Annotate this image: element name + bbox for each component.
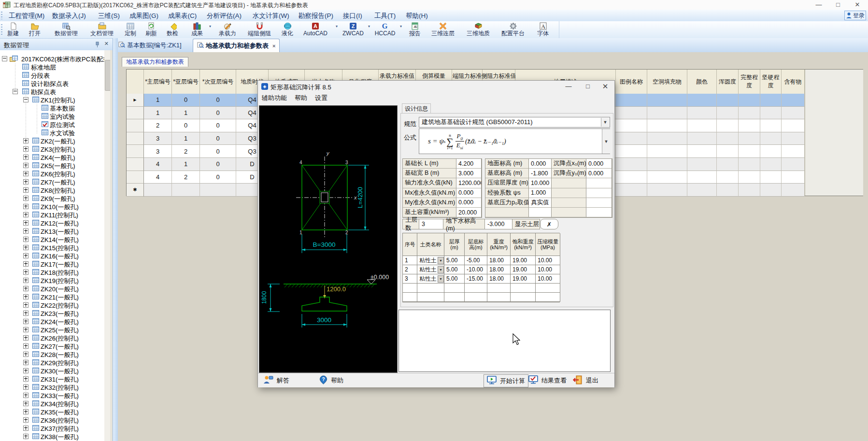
- tree-scrollbar[interactable]: [104, 50, 110, 441]
- grid-cell[interactable]: [782, 107, 805, 120]
- soil-cell[interactable]: 10.00: [536, 256, 560, 265]
- grid-cell[interactable]: 0: [172, 119, 200, 132]
- grid-cell[interactable]: 0: [200, 171, 236, 184]
- menu-接口(I)[interactable]: 接口(I): [343, 12, 362, 20]
- field-value[interactable]: [586, 198, 612, 208]
- grid-cell[interactable]: [616, 171, 647, 184]
- grid-cell[interactable]: [616, 132, 647, 145]
- tree-item-ZK32[interactable]: ZK32(控制孔): [0, 383, 104, 391]
- soil-cell[interactable]: 18.00: [487, 265, 511, 274]
- grid-cell[interactable]: 2: [172, 145, 200, 158]
- tree-item-2017KC062[interactable]: 2017KC062(株洲市政PC装配式建筑生产基地建设项目): [0, 55, 104, 63]
- grid-cell[interactable]: 1: [172, 158, 200, 171]
- document-tab-1[interactable]: 基本数据[编号:ZK1]: [114, 39, 185, 52]
- expand-icon[interactable]: [23, 319, 28, 324]
- soil-cell[interactable]: 粘性土▼: [417, 274, 444, 284]
- soil-cell[interactable]: 1: [403, 256, 417, 265]
- grid-cell[interactable]: [687, 158, 717, 171]
- dialog-menu-帮助[interactable]: 帮助: [295, 94, 307, 102]
- tree-item-ZK27[interactable]: ZK27(一般孔): [0, 342, 104, 350]
- grid-cell[interactable]: [739, 158, 760, 171]
- menu-工程管理(M)[interactable]: 工程管理(M): [9, 12, 44, 20]
- expand-icon[interactable]: [23, 426, 28, 431]
- toolbar-打开-button[interactable]: 打开: [29, 22, 41, 38]
- tree-item-ZK30[interactable]: ZK30(一般孔): [0, 367, 104, 375]
- grid-row-header[interactable]: ✱: [127, 184, 144, 197]
- expand-icon[interactable]: [23, 187, 28, 193]
- grid-cell[interactable]: [616, 94, 647, 107]
- expand-icon[interactable]: [23, 409, 28, 414]
- tree-item-标准地层[interactable]: 标准地层: [0, 63, 104, 71]
- sidebar-close-icon[interactable]: ✕: [104, 41, 109, 47]
- grid-cell[interactable]: [687, 94, 717, 107]
- soil-cell[interactable]: [403, 293, 417, 302]
- menu-三维(S)[interactable]: 三维(S): [98, 12, 120, 20]
- comment-box[interactable]: [398, 310, 611, 372]
- menu-工具(T)[interactable]: 工具(T): [374, 12, 396, 20]
- grid-cell[interactable]: [739, 145, 760, 158]
- expand-icon[interactable]: [23, 245, 28, 250]
- tree-item-ZK21[interactable]: ZK21(一般孔): [0, 293, 104, 301]
- expand-icon[interactable]: [23, 270, 28, 275]
- dropdown-icon[interactable]: ▼: [438, 275, 444, 283]
- expand-icon[interactable]: [23, 204, 28, 209]
- soil-cell[interactable]: 19.00: [511, 265, 536, 274]
- soil-cell[interactable]: 5.00: [444, 256, 465, 265]
- dropdown-icon[interactable]: ▼: [438, 257, 444, 264]
- soil-cell[interactable]: 10.00: [536, 274, 560, 284]
- grid-row-header[interactable]: [127, 158, 144, 171]
- grid-cell[interactable]: 1: [144, 107, 172, 120]
- tree-item-ZK35[interactable]: ZK35(一般孔): [0, 408, 104, 416]
- toolbar-ZWCAD-dropdown[interactable]: ▾: [368, 24, 370, 28]
- tree-item-ZK31[interactable]: ZK31(一般孔): [0, 375, 104, 383]
- expand-icon[interactable]: [23, 434, 28, 439]
- exit-button[interactable]: 退出: [573, 374, 598, 386]
- expand-icon[interactable]: [23, 155, 28, 160]
- soil-cell[interactable]: [465, 293, 487, 302]
- grid-cell[interactable]: [616, 107, 647, 120]
- expand-icon[interactable]: [23, 352, 28, 357]
- grid-cell[interactable]: [717, 145, 739, 158]
- grid-row-header[interactable]: [127, 171, 144, 184]
- dialog-menu-设置[interactable]: 设置: [315, 94, 327, 102]
- tree-item-ZK20[interactable]: ZK20(一般孔): [0, 285, 104, 293]
- toolbar-AutoCAD-dropdown[interactable]: ▾: [336, 24, 338, 28]
- expand-icon[interactable]: [23, 335, 28, 341]
- toolbar-端阻侧阻-button[interactable]: 端阻侧阻: [248, 22, 271, 38]
- grid-cell[interactable]: 3: [144, 132, 172, 145]
- tree-item-ZK34[interactable]: ZK34(控制孔): [0, 399, 104, 408]
- field-value[interactable]: [586, 208, 612, 217]
- field-value[interactable]: [529, 208, 552, 217]
- grid-cell[interactable]: [687, 107, 717, 120]
- expand-icon[interactable]: [23, 294, 28, 299]
- soil-cell[interactable]: [403, 284, 417, 293]
- tree-item-ZK4[interactable]: ZK4(一般孔): [0, 153, 104, 161]
- grid-cell[interactable]: [717, 132, 739, 145]
- tree-item-ZK5[interactable]: ZK5(一般孔): [0, 161, 104, 170]
- soil-cell[interactable]: 粘性土▼: [417, 265, 444, 274]
- menu-勘察报告(P)[interactable]: 勘察报告(P): [299, 12, 333, 20]
- grid-cell[interactable]: 0: [172, 94, 200, 107]
- soil-cell[interactable]: 5.00: [444, 274, 465, 284]
- toolbar-HCCAD-button[interactable]: GHCCAD: [375, 22, 396, 38]
- tree-item-ZK33[interactable]: ZK33(一般孔): [0, 391, 104, 399]
- tree-item-ZK9[interactable]: ZK9(一般孔): [0, 194, 104, 202]
- expand-icon[interactable]: [23, 228, 28, 234]
- dropdown-icon[interactable]: ▼: [601, 118, 609, 127]
- field-value[interactable]: 3.000: [456, 169, 482, 178]
- grid-cell[interactable]: [739, 132, 760, 145]
- grid-cell[interactable]: [782, 94, 805, 107]
- field-value[interactable]: 1.000: [529, 188, 552, 198]
- tree-item-水文试验[interactable]: 水文试验: [0, 128, 104, 137]
- grid-cell[interactable]: [760, 158, 782, 171]
- show-soil-toggle[interactable]: ✗: [540, 219, 558, 229]
- grid-cell[interactable]: [760, 107, 782, 120]
- grid-cell[interactable]: 4: [144, 171, 172, 184]
- grid-cell[interactable]: [172, 184, 200, 197]
- expand-icon[interactable]: [23, 261, 28, 267]
- soil-cell[interactable]: [444, 284, 465, 293]
- expand-icon[interactable]: [23, 302, 28, 308]
- tree-item-ZK18[interactable]: ZK18(控制孔): [0, 268, 104, 276]
- expand-icon[interactable]: [23, 327, 28, 332]
- tree-item-ZK14[interactable]: ZK14(一般孔): [0, 235, 104, 243]
